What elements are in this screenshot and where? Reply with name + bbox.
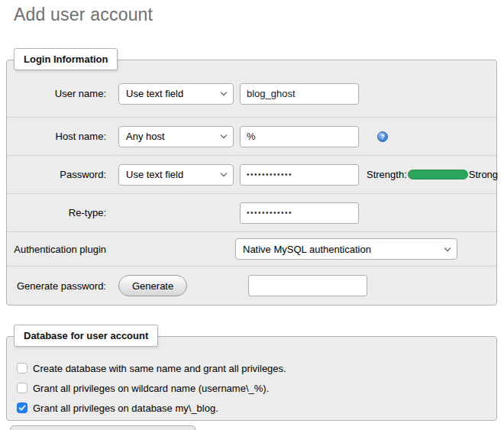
database-privileges-label[interactable]: Grant all privileges on database my\_blo… <box>33 403 218 414</box>
generate-password-label: Generate password: <box>7 280 112 292</box>
auth-plugin-select-value: Native MySQL authentication <box>243 244 371 255</box>
hostname-input[interactable] <box>240 126 359 147</box>
login-information-fieldset: Login Information User name: Use text fi… <box>6 60 497 306</box>
username-type-select-value: Use text field <box>126 88 183 99</box>
username-input[interactable] <box>240 83 359 105</box>
generate-button[interactable]: Generate <box>118 275 187 296</box>
hostname-row: Host name: Any host ? <box>7 117 496 155</box>
create-database-checkbox[interactable] <box>17 363 27 373</box>
wildcard-privileges-label[interactable]: Grant all privileges on wildcard name (u… <box>33 383 269 394</box>
auth-plugin-row: Authentication plugin Native MySQL authe… <box>7 231 496 266</box>
retype-row: Re-type: <box>7 193 496 231</box>
create-database-option: Create database with same name and grant… <box>7 358 496 378</box>
check-icon <box>18 404 26 412</box>
next-section-legend-peek <box>10 425 195 430</box>
generated-password-input[interactable] <box>248 275 367 296</box>
database-fieldset: Database for user account Create databas… <box>6 336 497 421</box>
auth-plugin-select[interactable]: Native MySQL authentication <box>235 238 457 260</box>
strength-value: Strong <box>469 169 498 180</box>
password-label: Password: <box>7 169 112 180</box>
chevron-down-icon <box>221 132 227 138</box>
wildcard-privileges-checkbox[interactable] <box>17 383 27 393</box>
wildcard-privileges-option: Grant all privileges on wildcard name (u… <box>7 378 496 398</box>
password-strength: Strength: Strong <box>367 169 498 180</box>
strength-label: Strength: <box>367 169 407 180</box>
hostname-label: Host name: <box>7 131 112 142</box>
database-legend: Database for user account <box>14 325 158 347</box>
database-privileges-option: Grant all privileges on database my\_blo… <box>7 398 496 418</box>
help-icon[interactable]: ? <box>377 131 388 142</box>
username-label: User name: <box>7 88 112 99</box>
password-input[interactable] <box>240 164 359 186</box>
login-information-legend: Login Information <box>14 48 118 70</box>
chevron-down-icon <box>221 89 227 95</box>
password-row: Password: Use text field Strength: Stron… <box>7 155 496 193</box>
create-database-label[interactable]: Create database with same name and grant… <box>33 363 286 374</box>
generate-password-row: Generate password: Generate <box>7 266 496 305</box>
hostname-type-select[interactable]: Any host <box>118 126 234 147</box>
password-type-select[interactable]: Use text field <box>118 164 234 186</box>
page-title: Add user account <box>14 5 153 25</box>
chevron-down-icon <box>444 244 451 251</box>
auth-plugin-label: Authentication plugin <box>7 244 112 255</box>
password-type-select-value: Use text field <box>126 169 183 180</box>
database-privileges-checkbox[interactable] <box>17 403 27 413</box>
hostname-type-select-value: Any host <box>126 131 165 142</box>
retype-label: Re-type: <box>7 207 112 218</box>
retype-password-input[interactable] <box>240 202 359 224</box>
username-type-select[interactable]: Use text field <box>118 83 234 105</box>
strength-meter <box>408 170 468 179</box>
chevron-down-icon <box>221 170 227 176</box>
username-row: User name: Use text field <box>7 70 496 117</box>
